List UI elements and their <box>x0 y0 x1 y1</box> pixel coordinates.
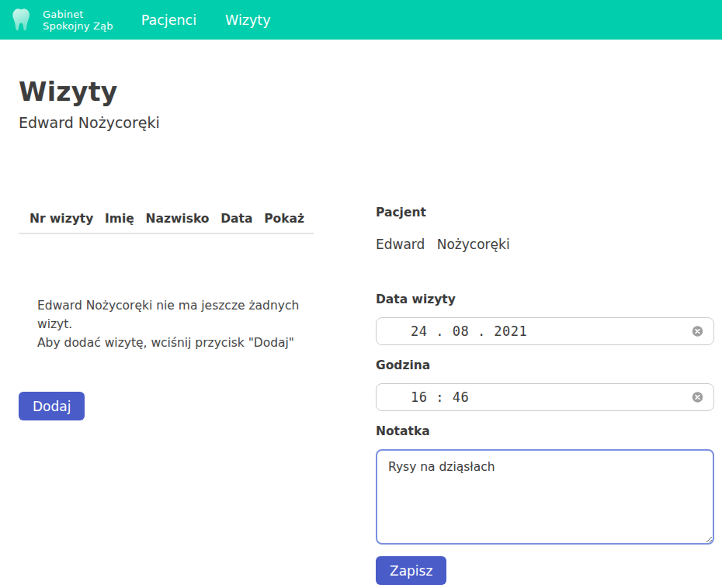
clear-time-icon[interactable] <box>692 392 703 403</box>
clear-date-icon[interactable] <box>692 326 703 337</box>
patient-name-value: Edward Nożycoręki <box>376 237 714 252</box>
visits-table-header: Nr wizyty Imię Nazwisko Data Pokaż <box>19 212 314 234</box>
visit-date-value: 24 . 08 . 2021 <box>377 323 527 339</box>
column-header-nazwisko: Nazwisko <box>146 212 210 226</box>
main-content: Wizyty Edward Nożycoręki Nr wizyty Imię … <box>0 77 722 585</box>
visits-table-section: Nr wizyty Imię Nazwisko Data Pokaż Edwar… <box>19 206 314 420</box>
page-title: Wizyty <box>19 77 703 107</box>
add-visit-button[interactable]: Dodaj <box>19 392 85 420</box>
visit-form: Pacjent Edward Nożycoręki Data wizyty 24… <box>376 206 714 585</box>
save-visit-button[interactable]: Zapisz <box>376 556 446 585</box>
visit-date-input[interactable]: 24 . 08 . 2021 <box>376 317 714 345</box>
empty-visits-message-line2: Aby dodać wizytę, wciśnij przycisk "Doda… <box>37 334 314 352</box>
page-subtitle: Edward Nożycoręki <box>19 114 703 131</box>
main-nav: Pacjenci Wizyty <box>141 12 271 28</box>
nav-item-pacjenci[interactable]: Pacjenci <box>141 12 196 28</box>
visit-time-value: 16 : 46 <box>377 389 469 405</box>
column-header-data: Data <box>220 212 252 226</box>
brand-logo-link[interactable]: Gabinet Spokojny Ząb <box>9 6 113 34</box>
brand-name-line1: Gabinet <box>43 9 113 20</box>
column-header-pokaz: Pokaż <box>264 212 304 226</box>
column-header-imie: Imię <box>105 212 134 226</box>
patient-first-name: Edward <box>376 237 425 252</box>
empty-visits-message: Edward Nożycoręki nie ma jeszcze żadnych… <box>37 296 314 352</box>
note-textarea[interactable]: Rysy na dziąsłach <box>376 449 714 545</box>
empty-visits-message-line1: Edward Nożycoręki nie ma jeszcze żadnych… <box>37 296 314 334</box>
tooth-icon <box>9 6 36 34</box>
note-label: Notatka <box>376 424 714 438</box>
app-header: Gabinet Spokojny Ząb Pacjenci Wizyty <box>0 0 722 40</box>
visit-time-input[interactable]: 16 : 46 <box>376 383 714 411</box>
nav-item-wizyty[interactable]: Wizyty <box>225 12 271 28</box>
brand-name-line2: Spokojny Ząb <box>43 20 113 32</box>
patient-label: Pacjent <box>376 206 714 220</box>
patient-last-name: Nożycoręki <box>437 237 510 252</box>
visit-date-label: Data wizyty <box>376 292 714 306</box>
column-header-nr-wizyty: Nr wizyty <box>30 212 93 226</box>
brand-name: Gabinet Spokojny Ząb <box>43 9 113 32</box>
visit-time-label: Godzina <box>376 358 714 372</box>
